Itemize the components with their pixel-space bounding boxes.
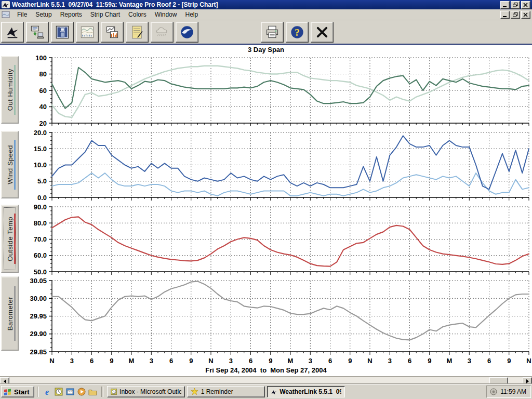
svg-text:5.0: 5.0	[37, 177, 47, 185]
print-button[interactable]	[261, 22, 284, 43]
svg-text:80: 80	[39, 70, 47, 78]
menu-file[interactable]: File	[13, 10, 31, 19]
task-label: WeatherLink 5.5.1 09...	[280, 388, 341, 395]
svg-text:20: 20	[39, 119, 47, 127]
svg-text:3: 3	[70, 357, 74, 365]
task-button-reminder[interactable]: 1 Reminder	[187, 386, 265, 397]
noaa-button[interactable]	[176, 22, 198, 43]
app-icon[interactable]	[2, 1, 10, 8]
minimize-icon[interactable]	[500, 1, 510, 9]
taskbar-separator	[37, 387, 39, 397]
window-controls	[500, 1, 530, 9]
noaa-icon	[179, 25, 195, 39]
menu-help[interactable]: Help	[181, 10, 202, 19]
weatherlink-window: WeatherLink 5.5.1 09/27/04 11:59a: Vanta…	[0, 0, 532, 399]
media-player-icon[interactable]	[76, 387, 87, 397]
right-arrow-icon	[526, 379, 531, 383]
svg-text:N: N	[526, 357, 531, 365]
mdi-restore-icon[interactable]	[511, 11, 520, 19]
outlook-icon[interactable]	[54, 387, 64, 397]
notes-button[interactable]	[126, 22, 149, 43]
svg-text:3: 3	[309, 357, 312, 365]
svg-text:29.95: 29.95	[30, 312, 47, 320]
svg-text:6: 6	[90, 357, 94, 365]
svg-text:?: ?	[295, 26, 300, 38]
weather-cloud-button[interactable]	[151, 22, 174, 43]
plots-canvas: 1008060402020.015.010.05.00.090.080.070.…	[0, 45, 532, 365]
strip-chart-icon	[79, 25, 95, 39]
svg-text:3: 3	[150, 357, 153, 365]
weathervane-icon	[5, 25, 20, 39]
svg-text:3: 3	[388, 357, 392, 365]
svg-text:0.0: 0.0	[37, 194, 47, 202]
console-bulletin-button[interactable]	[51, 22, 74, 43]
svg-text:6: 6	[328, 357, 332, 365]
svg-text:9: 9	[189, 357, 193, 365]
svg-text:e: e	[45, 388, 49, 396]
svg-text:6: 6	[487, 357, 491, 365]
mdi-close-icon[interactable]	[521, 11, 530, 19]
svg-text:80.0: 80.0	[34, 219, 47, 227]
left-arrow-icon	[2, 379, 6, 383]
task-button-outlook-inbox[interactable]: Inbox - Microsoft Outlook	[107, 386, 185, 397]
cloud-rain-icon	[154, 25, 170, 39]
strip-chart-button[interactable]	[76, 22, 99, 43]
date-range-label: Fri Sep 24, 2004 to Mon Sep 27, 2004	[0, 366, 532, 374]
svg-text:70.0: 70.0	[34, 235, 47, 243]
menu-bar: File Setup Reports Strip Chart Colors Wi…	[0, 9, 532, 20]
horizontal-scrollbar[interactable]	[0, 376, 532, 384]
system-tray: 11:59 AM	[486, 385, 531, 398]
menu-colors[interactable]: Colors	[124, 10, 151, 19]
download-button[interactable]	[26, 22, 49, 43]
weathervane-logo-button[interactable]	[1, 22, 24, 43]
svg-text:9: 9	[428, 357, 431, 365]
svg-text:9: 9	[348, 357, 352, 365]
plot-reports-button[interactable]	[101, 22, 124, 43]
help-button[interactable]: ?	[286, 22, 309, 43]
download-icon	[30, 25, 45, 39]
chart-window-icon[interactable]	[2, 11, 10, 18]
print-icon	[264, 25, 280, 39]
mdi-minimize-icon[interactable]	[500, 11, 510, 19]
help-icon: ?	[289, 25, 305, 39]
svg-text:15.0: 15.0	[34, 145, 47, 153]
close-icon[interactable]	[521, 1, 530, 9]
tray-volume-icon[interactable]	[490, 388, 497, 395]
menu-setup[interactable]: Setup	[31, 10, 56, 19]
svg-text:100: 100	[35, 54, 47, 62]
folder-icon[interactable]	[88, 387, 98, 397]
svg-text:40: 40	[39, 103, 47, 111]
svg-text:3: 3	[468, 357, 471, 365]
svg-text:50.0: 50.0	[34, 268, 47, 276]
taskbar-clock: 11:59 AM	[500, 388, 526, 395]
svg-text:30.05: 30.05	[30, 277, 47, 285]
start-button[interactable]: Start	[1, 386, 34, 397]
svg-text:60.0: 60.0	[34, 251, 47, 259]
title-bar: WeatherLink 5.5.1 09/27/04 11:59a: Vanta…	[0, 0, 532, 9]
restore-icon[interactable]	[511, 1, 520, 9]
svg-text:60: 60	[39, 87, 47, 95]
task-button-weatherlink[interactable]: WeatherLink 5.5.1 09...	[267, 386, 345, 397]
svg-text:M: M	[129, 357, 135, 365]
start-label: Start	[14, 388, 30, 396]
toolbar: ?	[0, 20, 532, 44]
outlook-express-icon[interactable]	[65, 387, 75, 397]
window-title: WeatherLink 5.5.1 09/27/04 11:59a: Vanta…	[12, 0, 500, 9]
weatherlink-task-icon	[271, 389, 277, 395]
menu-reports[interactable]: Reports	[56, 10, 86, 19]
svg-text:6: 6	[169, 357, 173, 365]
close-chart-button[interactable]	[311, 22, 334, 43]
svg-text:M: M	[288, 357, 294, 365]
menu-window[interactable]: Window	[151, 10, 181, 19]
svg-text:N: N	[49, 357, 54, 365]
internet-explorer-icon[interactable]: e	[42, 387, 52, 397]
windows-flag-icon	[4, 388, 12, 395]
task-label: Inbox - Microsoft Outlook	[119, 388, 181, 395]
plot-reports-icon	[104, 25, 120, 39]
svg-text:9: 9	[269, 357, 272, 365]
inbox-icon	[111, 388, 117, 395]
svg-text:6: 6	[249, 357, 252, 365]
menu-strip-chart[interactable]: Strip Chart	[86, 10, 124, 19]
svg-text:29.90: 29.90	[30, 330, 47, 338]
taskbar: Start e Inbox - Microsoft Outlook 1 Remi…	[0, 384, 532, 399]
